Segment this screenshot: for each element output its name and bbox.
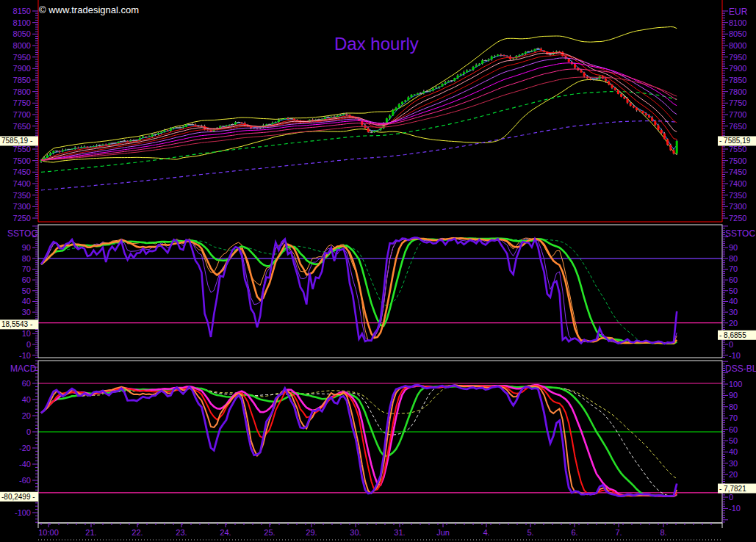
sstoc-label-left-tick: -10 [19,351,31,360]
candle-down [669,145,672,150]
chart-canvas: 7250725073007300735073507400740074507450… [0,0,756,542]
price-label-right: 7800 [729,87,746,96]
dss-last-value-right: - 7,7821 [719,485,746,493]
time-label: Jun [436,528,450,537]
watermark: © www.tradesignal.com [39,4,139,15]
candle-up [398,104,400,108]
candle-up [228,125,231,126]
candle-up [376,130,378,131]
candle-up [278,120,280,122]
candle-up [52,151,54,153]
sstoc-label-right-tick: 20 [729,319,738,328]
price-label-right: 7750 [729,98,746,107]
price-label-left: 7800 [13,87,31,96]
price-label-right: 7400 [729,179,746,188]
macd-last-value-left: -80,2499 - [1,493,35,501]
candle-up [411,95,413,97]
candle-up [417,93,419,94]
candle-up [414,94,416,95]
candle-down [623,97,625,98]
candle-up [401,102,403,104]
chart-title: Dax hourly [334,34,419,54]
candle-down [345,114,348,115]
candle-up [488,59,490,61]
candle-up [432,88,434,90]
sstoc-label-left-tick: 50 [22,286,31,295]
price-label-left: 7700 [13,110,31,119]
macd-label-right-tick: 70 [729,413,738,422]
candle-down [663,134,666,140]
candle-up [139,138,141,140]
candle-down [658,125,660,129]
price-label-left: 7650 [13,122,31,131]
candle-up [389,115,391,118]
candle-down [645,113,647,115]
macd-label-right-tick: 90 [729,391,738,400]
price-last-value-right: - 7585,19 [719,137,751,145]
price-label-left: 7400 [13,179,31,188]
candle-down [614,88,616,90]
candle-up [457,76,459,79]
candle-down [648,115,650,118]
price-label-left: 7950 [13,53,31,62]
candle-down [666,139,669,145]
macd-label-right-tick: 40 [729,447,738,456]
price-label-left: 7550 [13,145,31,153]
sstoc-label-right-tick: 60 [729,275,738,284]
candle-up [336,116,339,118]
candle-down [167,130,169,131]
candle-up [519,55,521,56]
sstoc-label-right-tick: 50 [729,286,738,295]
candle-up [422,91,425,93]
candle-up [170,129,172,131]
ma-deeppink [41,69,677,160]
price-label-right: 7650 [729,122,746,131]
macd-label-left-tick: -20 [19,444,31,452]
macd-label-left-tick: 60 [22,379,31,388]
price-label-right: 7550 [729,145,746,153]
candle-up [453,78,456,81]
candle-down [642,111,644,113]
candle-up [71,149,73,150]
sstoc-label-left: SSTOC [7,228,37,239]
candle-up [530,51,533,51]
candle-up [80,147,82,148]
time-label: 6. [571,528,577,537]
price-label-right: 7350 [729,191,746,200]
price-label-right: 8050 [729,29,746,38]
time-axis: 10:0021.22.23.24.25.29.30.31.Jun4.5.6.7.… [38,523,722,540]
candle-up [164,130,166,131]
sstoc-label-left-tick: 30 [22,308,31,317]
candle-down [105,145,107,145]
candle-down [59,151,61,152]
macd-panel [38,383,722,496]
candle-up [108,144,110,145]
candle-up [380,129,382,131]
candle-down [312,120,314,120]
price-label-left: 8050 [13,29,31,38]
candle-up [182,127,184,128]
candle-up [497,54,499,56]
time-label: 8. [660,528,666,537]
candle-up [525,51,527,53]
candle-up [447,81,450,82]
candle-down [540,48,542,50]
price-label-left: 7500 [13,156,31,165]
candle-up [407,97,409,100]
candle-up [90,147,92,148]
candle-up [342,114,345,115]
sstoc-label-right-tick: 40 [729,297,738,306]
sstoc-label-left-tick: 40 [22,297,31,306]
candle-down [620,94,622,97]
macd-label-right-tick: -10 [729,504,741,513]
sstoc-label-right: SSTOC [725,228,755,239]
macd-label-right-tick: 30 [729,459,738,468]
candle-down [506,56,508,57]
candle-up [49,153,51,155]
sstoc-label-left-tick: 70 [22,264,31,273]
candle-up [330,117,332,118]
sstoc-label-right-tick: -10 [729,351,741,360]
candle-up [96,145,98,146]
candle-up [429,90,431,91]
dss-white-dashed [41,386,677,496]
